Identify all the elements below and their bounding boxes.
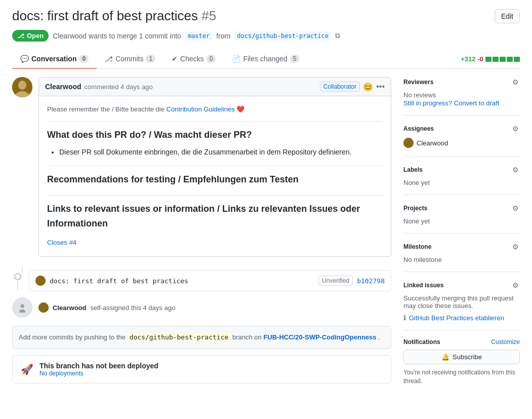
tab-conversation-badge: 0 (79, 55, 89, 63)
diff-bars (485, 57, 520, 62)
bell-icon: 🔔 (441, 353, 449, 361)
milestone-title: Milestone (403, 243, 431, 250)
heart-emoji: ❤️ (236, 105, 244, 113)
deploy-title: This branch has not been deployed (39, 362, 158, 370)
checks-icon: ✔ (172, 55, 178, 63)
labels-title: Labels (403, 166, 423, 173)
contribution-text: Please remember the / Bitte beachte die (47, 105, 165, 113)
assignees-title: Assignees (403, 125, 434, 132)
sidebar-assignees: Assignees ⚙ Clearwood (403, 116, 520, 157)
tab-checks-badge: 0 (207, 55, 216, 63)
customize-link[interactable]: Customize (491, 338, 520, 346)
commits-icon: ⎇ (105, 55, 113, 63)
svg-rect-8 (403, 138, 414, 148)
pr-title-text: docs: first draft of best practices (12, 8, 198, 23)
tab-files-label: Files changed (243, 55, 287, 63)
sidebar: Reviewers ⚙ No reviews Still in progress… (403, 77, 520, 386)
labels-value: None yet (403, 179, 520, 186)
subscribe-button[interactable]: 🔔 Subscribe (403, 350, 520, 364)
projects-value: None yet (403, 217, 520, 225)
tabs: 💬 Conversation 0 ⎇ Commits 1 ✔ Checks 0 … (12, 50, 520, 69)
sidebar-projects: Projects ⚙ None yet (403, 195, 520, 234)
commit-dot (14, 273, 21, 280)
copy-icon[interactable]: ⧉ (335, 31, 340, 40)
tab-conversation[interactable]: 💬 Conversation 0 (12, 50, 97, 69)
comment-body: Please remember the / Bitte beachte die … (39, 96, 391, 256)
svg-point-5 (21, 304, 24, 308)
sidebar-reviewers-header: Reviewers ⚙ (403, 77, 520, 87)
comment-author: Clearwood (45, 83, 81, 91)
tab-commits-label: Commits (115, 55, 143, 63)
info-text-before: Add more commits by pushing to the (19, 333, 126, 341)
sidebar-labels-header: Labels ⚙ (403, 165, 520, 175)
tab-checks[interactable]: ✔ Checks 0 (163, 50, 224, 69)
projects-title: Projects (403, 205, 427, 212)
milestone-gear[interactable]: ⚙ (511, 242, 520, 252)
activity-author: Clearwood (53, 304, 86, 312)
tab-files-badge: 5 (290, 55, 300, 63)
contribution-link[interactable]: Contribution Guidelines (167, 105, 235, 113)
diff-stats: +312 -0 (461, 55, 520, 63)
avatar (12, 77, 32, 97)
comment-thread: Clearwood commented 4 days ago Collabora… (12, 77, 391, 257)
assignee-name: Clearwood (417, 139, 448, 147)
activity-section: Clearwood self-assigned this 4 days ago (12, 297, 391, 318)
info-text-middle: branch on (232, 333, 262, 341)
assignee-user: Clearwood (403, 138, 520, 148)
closes-issue-link[interactable]: #4 (69, 239, 76, 246)
svg-rect-7 (38, 302, 49, 313)
milestone-value: No milestone (403, 256, 520, 263)
tab-commits-badge: 1 (146, 55, 155, 63)
closes-text: Closes (47, 239, 67, 246)
sidebar-assignees-header: Assignees ⚙ (403, 124, 520, 134)
deploy-info: This branch has not been deployed No dep… (39, 362, 158, 377)
timeline-connector (12, 265, 23, 290)
tab-conversation-label: Conversation (31, 55, 76, 63)
deploy-subtitle: No deployments (39, 370, 158, 377)
diff-bar-2 (493, 57, 499, 62)
from-text: from (216, 32, 230, 40)
emoji-button[interactable]: 😊 (363, 82, 373, 92)
linked-issues-gear[interactable]: ⚙ (511, 280, 520, 290)
activity-text: self-assigned this 4 days ago (90, 304, 175, 312)
convert-draft-link[interactable]: Still in progress? Convert to draft (403, 99, 499, 107)
notifications-header: Notifications Customize (403, 338, 520, 346)
conversation-icon: 💬 (20, 55, 29, 63)
commit-hash[interactable]: b102798 (357, 277, 385, 285)
sidebar-linked-issues: Linked issues ⚙ Successfully merging thi… (403, 272, 520, 330)
no-reviews: No reviews (403, 91, 520, 99)
closes-line: Closes #4 (47, 237, 383, 248)
unverified-badge: Unverified (318, 276, 353, 286)
info-bar: Add more commits by pushing to the docs/… (12, 326, 391, 349)
diff-bar-1 (485, 57, 492, 62)
pr-meta-text: Clearwood wants to merge 1 commit into (53, 32, 181, 40)
tab-files-changed[interactable]: 📄 Files changed 5 (224, 50, 307, 69)
sidebar-milestone: Milestone ⚙ No milestone (403, 234, 520, 272)
pr-number: #5 (201, 8, 216, 23)
linked-issue-link[interactable]: GitHub Best Practices etablieren (409, 314, 504, 322)
sidebar-notifications: Notifications Customize 🔔 Subscribe You'… (403, 330, 520, 386)
projects-gear[interactable]: ⚙ (511, 203, 520, 213)
deploy-box: 🚀 This branch has not been deployed No d… (12, 355, 391, 384)
tab-commits[interactable]: ⎇ Commits 1 (97, 50, 163, 69)
notifications-title: Notifications (403, 338, 440, 346)
head-branch[interactable]: docs/github-best-practice (234, 31, 331, 41)
assignees-gear[interactable]: ⚙ (511, 124, 520, 134)
reviewers-gear[interactable]: ⚙ (511, 77, 520, 87)
diff-deletions: -0 (477, 55, 483, 63)
labels-gear[interactable]: ⚙ (511, 165, 520, 175)
repo-link[interactable]: FUB-HCC/20-SWP-CodingOpenness (263, 333, 376, 341)
base-branch[interactable]: master (185, 31, 212, 41)
svg-point-1 (18, 81, 26, 90)
diff-bar-3 (500, 57, 506, 62)
sidebar-labels: Labels ⚙ None yet (403, 157, 520, 195)
diff-bar-4 (507, 57, 513, 62)
linked-issue-item: ℹ GitHub Best Practices etablieren (403, 314, 520, 322)
linked-issues-title: Linked issues (403, 282, 443, 289)
contribution-line: Please remember the / Bitte beachte die … (47, 104, 383, 115)
edit-button[interactable]: Edit (495, 9, 520, 23)
info-branch: docs/github-best-practice (128, 333, 231, 341)
more-options-button[interactable]: ••• (376, 82, 385, 91)
diff-additions: +312 (461, 55, 475, 63)
pr-title: docs: first draft of best practices #5 (12, 8, 216, 24)
